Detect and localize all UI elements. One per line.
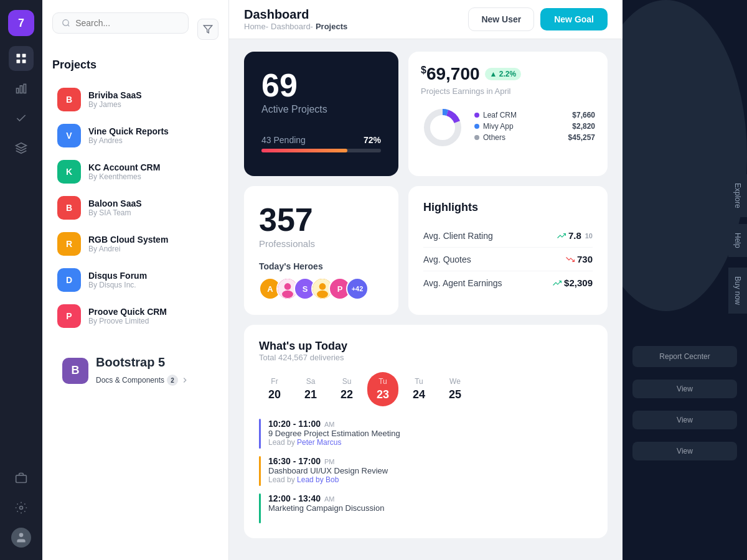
svg-rect-2: [17, 60, 21, 63]
bootstrap-label: Bootstrap 5: [96, 355, 189, 370]
view-button-1[interactable]: View: [632, 380, 737, 398]
project-item[interactable]: V Vine Quick Reports By Andres: [52, 118, 218, 154]
project-author: By Andres: [88, 136, 169, 145]
new-user-button[interactable]: New User: [468, 7, 534, 31]
project-item[interactable]: P Proove Quick CRM By Proove Limited: [52, 298, 218, 334]
report-center-button[interactable]: Report Cecnter: [632, 346, 737, 367]
calendar-days: Fr 20 Sa 21 Su 22 Tu 23 Tu 24 We 25: [259, 372, 593, 406]
sidebar-icon-grid[interactable]: [9, 46, 34, 71]
sidebar-icon-check[interactable]: [9, 106, 34, 131]
event-stripe: [259, 456, 261, 486]
event-time: 10:20 - 11:00 AM: [268, 419, 400, 429]
legend-mivy: Mivy App $2,820: [474, 122, 595, 131]
sidebar-icon-briefcase[interactable]: [9, 465, 34, 490]
project-name: KC Account CRM: [88, 162, 160, 172]
sidebar-icon-layers[interactable]: [9, 136, 34, 161]
day-number: 21: [304, 388, 317, 401]
calendar-day[interactable]: Tu 24: [403, 372, 435, 406]
calendar-day[interactable]: Tu 23: [367, 372, 398, 406]
svg-marker-7: [16, 143, 27, 148]
view-button-3[interactable]: View: [632, 442, 737, 460]
event-person[interactable]: Peter Marcus: [297, 438, 341, 447]
page-title: Dashboard: [244, 7, 347, 22]
svg-rect-1: [22, 54, 26, 58]
highlight-label: Avg. Quotes: [423, 254, 471, 264]
earnings-badge: ▲ 2.2%: [485, 68, 522, 80]
sidebar-icon-chart[interactable]: [9, 76, 34, 101]
docs-link[interactable]: Docs & Components 2: [96, 375, 189, 386]
earnings-card: $69,700 ▲ 2.2% Projects Earnings in Apri…: [408, 52, 608, 176]
sidebar-icon-settings[interactable]: [9, 495, 34, 520]
event-item: 10:20 - 11:00 AM 9 Degree Project Estima…: [259, 419, 593, 449]
user-profile-icon[interactable]: [9, 525, 34, 550]
event-person[interactable]: Lead by Bob: [297, 475, 339, 484]
legend-leaf: Leaf CRM $7,660: [474, 111, 595, 119]
dashboard-body: 69 Active Projects 43 Pending 72% $69,70…: [229, 39, 622, 560]
highlight-label: Avg. Agent Earnings: [423, 278, 502, 288]
svg-point-19: [282, 291, 293, 298]
project-logo: R: [57, 232, 81, 256]
day-number: 23: [377, 388, 389, 401]
professionals-label: Professionals: [259, 238, 383, 249]
event-item: 12:00 - 13:40 AM Marketing Campaign Disc…: [259, 493, 593, 523]
earnings-label: Projects Earnings in April: [421, 86, 595, 96]
project-logo: K: [57, 160, 81, 184]
project-name: Disqus Forum: [88, 271, 147, 281]
hero-avatar-more: +42: [346, 278, 369, 300]
day-number: 20: [268, 388, 281, 401]
highlight-label: Avg. Client Rating: [423, 231, 493, 241]
event-stripe: [259, 493, 261, 523]
project-logo: V: [57, 124, 81, 147]
event-title: Dashboard UI/UX Design Review: [268, 466, 388, 475]
highlight-value: 730: [566, 254, 593, 264]
total-deliveries: Total 424,567 deliveries: [259, 353, 593, 362]
pending-row: 43 Pending 72%: [261, 135, 381, 145]
day-number: 24: [413, 388, 425, 401]
project-logo: B: [57, 88, 81, 111]
filter-button[interactable]: [197, 19, 218, 40]
search-icon: [62, 18, 70, 28]
project-item[interactable]: R RGB Cloud System By Andrei: [52, 226, 218, 262]
highlight-value: $2,309: [553, 278, 593, 288]
project-name: Briviba SaaS: [88, 90, 142, 100]
project-item[interactable]: D Disqus Forum By Disqus Inc.: [52, 262, 218, 298]
project-logo: P: [57, 304, 81, 328]
event-list: 10:20 - 11:00 AM 9 Degree Project Estima…: [259, 419, 593, 523]
calendar-day[interactable]: Sa 21: [295, 372, 326, 406]
highlights-title: Highlights: [423, 201, 593, 214]
pending-pct: 72%: [364, 135, 381, 145]
svg-point-11: [63, 20, 68, 26]
svg-rect-5: [20, 86, 22, 93]
svg-point-22: [317, 291, 328, 298]
search-input[interactable]: [75, 18, 179, 28]
top-actions: New User New Goal: [468, 7, 608, 31]
view-button-2[interactable]: View: [632, 411, 737, 429]
project-item[interactable]: B Baloon SaaS By SIA Team: [52, 190, 218, 226]
earnings-amount: $69,700: [421, 64, 480, 84]
svg-point-9: [20, 506, 23, 510]
progress-bar: [261, 149, 381, 152]
top-cards: 69 Active Projects 43 Pending 72% $69,70…: [244, 52, 608, 176]
highlight-row: Avg. Client Rating 7.810: [423, 224, 593, 248]
project-item[interactable]: B Briviba SaaS By James: [52, 82, 218, 118]
user-avatar[interactable]: 7: [8, 10, 34, 36]
active-projects-card: 69 Active Projects 43 Pending 72%: [244, 52, 398, 176]
calendar-day[interactable]: Fr 20: [259, 372, 290, 406]
project-author: By James: [88, 100, 142, 109]
calendar-day[interactable]: We 25: [439, 372, 471, 406]
project-name: Baloon SaaS: [88, 198, 142, 208]
heroes-section: Today's Heroes A S P +42: [259, 261, 383, 300]
event-stripe: [259, 419, 261, 449]
donut-chart: [421, 106, 464, 149]
calendar-day[interactable]: Su 22: [331, 372, 362, 406]
event-time: 16:30 - 17:00 PM: [268, 456, 388, 466]
svg-marker-13: [204, 26, 212, 33]
new-goal-button[interactable]: New Goal: [540, 8, 608, 30]
project-item[interactable]: K KC Account CRM By Keenthemes: [52, 154, 218, 190]
day-name: Tu: [378, 377, 387, 386]
whats-up-title: What's up Today: [259, 340, 593, 353]
stats-row: 357 Professionals Today's Heroes A S P: [244, 186, 608, 315]
highlight-row: Avg. Agent Earnings $2,309: [423, 271, 593, 294]
breadcrumb: Dashboard Home- Dashboard- Projects: [244, 7, 347, 31]
day-name: Sa: [306, 377, 316, 386]
